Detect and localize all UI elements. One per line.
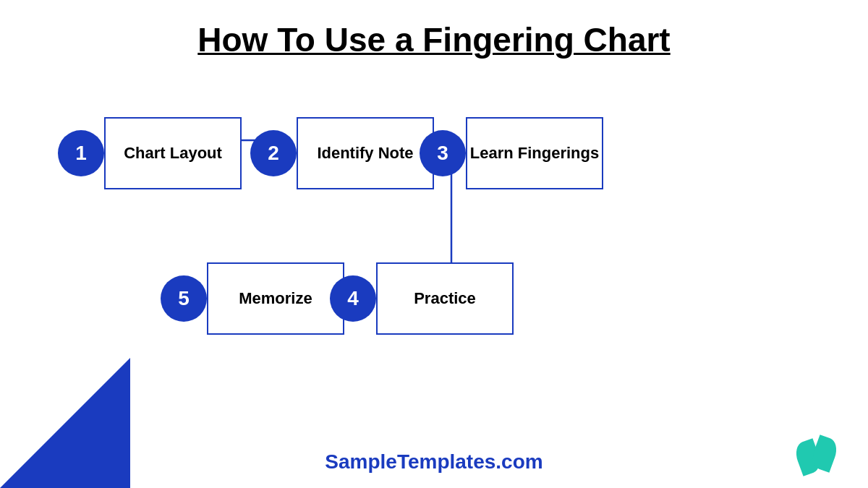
step-1-number: 1 <box>75 142 87 165</box>
step-4-number: 4 <box>347 287 359 310</box>
step-2-box: Identify Note <box>297 117 434 189</box>
step-1-circle: 1 <box>58 130 104 176</box>
step-5-circle: 5 <box>161 275 207 322</box>
step-1-box: Chart Layout <box>104 117 242 189</box>
step-4-group: 4 Practice <box>330 262 514 335</box>
step-4-label: Practice <box>414 289 476 308</box>
flow-diagram: 1 Chart Layout 2 Identify Note 3 Learn F… <box>0 74 868 377</box>
step-2-circle: 2 <box>250 130 297 176</box>
step-2-group: 2 Identify Note <box>250 117 434 189</box>
step-3-group: 3 Learn Fingerings <box>420 117 603 189</box>
step-2-label: Identify Note <box>317 144 413 163</box>
step-5-group: 5 Memorize <box>161 262 344 335</box>
step-5-label: Memorize <box>239 289 312 308</box>
step-4-box: Practice <box>376 262 514 335</box>
step-1-group: 1 Chart Layout <box>58 117 242 189</box>
step-1-label: Chart Layout <box>124 144 222 163</box>
leaf-decoration <box>796 430 839 474</box>
footer-text: SampleTemplates.com <box>325 450 542 473</box>
step-3-label: Learn Fingerings <box>470 144 599 163</box>
step-3-number: 3 <box>437 142 448 165</box>
page-title: How To Use a Fingering Chart <box>0 20 868 59</box>
step-5-box: Memorize <box>207 262 344 335</box>
step-2-number: 2 <box>268 142 279 165</box>
triangle-decoration <box>0 358 130 488</box>
footer: SampleTemplates.com <box>0 450 868 474</box>
step-3-box: Learn Fingerings <box>466 117 603 189</box>
step-5-number: 5 <box>178 287 190 310</box>
step-4-circle: 4 <box>330 275 376 322</box>
step-3-circle: 3 <box>420 130 466 176</box>
